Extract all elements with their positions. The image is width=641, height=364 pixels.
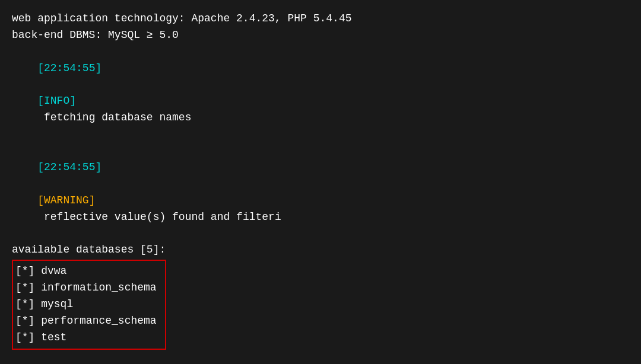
terminal-output: web application technology: Apache 2.4.2…	[12, 11, 629, 364]
spacer-1	[12, 351, 629, 362]
timestamp-2: [22:54:55]	[37, 161, 101, 173]
message-1: fetching database names	[37, 111, 191, 123]
terminal-line-webapp: web application technology: Apache 2.4.2…	[12, 11, 629, 27]
db-item-2: [*] mysql	[15, 296, 157, 313]
terminal-line-dbms: back-end DBMS: MySQL ≥ 5.0	[12, 27, 629, 44]
db-item-3: [*] performance_schema	[15, 313, 157, 330]
level-warning-1: [WARNING]	[37, 194, 95, 206]
timestamp-1: [22:54:55]	[37, 62, 101, 74]
terminal-line-warning-reflective: [22:54:55] [WARNING] reflective value(s)…	[12, 143, 629, 242]
terminal-line-info-fetched: [22:54:55] [INFO] fetched data logged to…	[12, 362, 629, 364]
terminal-line-info-fetch: [22:54:55] [INFO] fetching database name…	[12, 44, 629, 143]
level-info-1: [INFO]	[37, 95, 76, 107]
databases-box: [*] dvwa [*] information_schema [*] mysq…	[12, 260, 166, 349]
terminal-line-available-db: available databases [5]:	[12, 242, 629, 258]
message-2: reflective value(s) found and filteri	[37, 211, 281, 223]
db-item-1: [*] information_schema	[15, 280, 157, 296]
db-item-0: [*] dvwa	[15, 263, 157, 280]
db-item-4: [*] test	[15, 330, 157, 346]
